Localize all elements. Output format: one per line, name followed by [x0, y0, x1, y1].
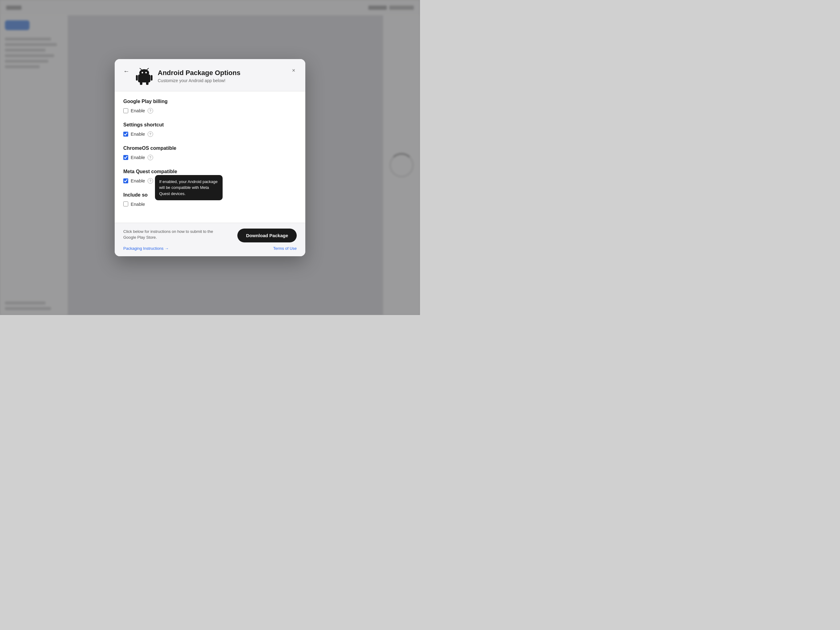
- footer-links: Packaging Instructions → Terms of Use: [123, 246, 297, 251]
- chromeos-compatible-row: Enable ?: [123, 155, 297, 160]
- svg-line-4: [140, 68, 142, 70]
- include-source-title: Include so: [123, 192, 297, 198]
- modal-body[interactable]: Google Play billing Enable ? Settings sh…: [115, 91, 305, 223]
- chromeos-compatible-title: ChromeOS compatible: [123, 146, 297, 151]
- svg-point-1: [139, 69, 149, 77]
- packaging-instructions-arrow: →: [165, 246, 169, 251]
- modal-overlay: ←: [0, 0, 420, 315]
- include-source-section: Include so Enable: [123, 192, 297, 207]
- svg-rect-8: [140, 82, 142, 85]
- google-play-billing-row: Enable ?: [123, 108, 297, 114]
- include-source-row: Enable: [123, 201, 297, 207]
- include-source-label[interactable]: Enable: [131, 201, 145, 207]
- packaging-instructions-link[interactable]: Packaging Instructions →: [123, 246, 169, 251]
- meta-quest-compatible-section: Meta Quest compatible Enable ? If enable…: [123, 169, 297, 184]
- footer-top: Click below for instructions on how to s…: [123, 229, 297, 242]
- settings-shortcut-section: Settings shortcut Enable ?: [123, 122, 297, 137]
- modal-title: Android Package Options: [158, 69, 240, 77]
- meta-quest-compatible-title: Meta Quest compatible: [123, 169, 297, 174]
- google-play-billing-checkbox[interactable]: [123, 108, 128, 113]
- chromeos-compatible-help-icon[interactable]: ?: [148, 155, 153, 160]
- google-play-billing-help-icon[interactable]: ?: [148, 108, 153, 114]
- meta-quest-compatible-label[interactable]: Enable: [131, 178, 145, 184]
- modal-title-area: Android Package Options Customize your A…: [158, 68, 240, 83]
- svg-point-3: [145, 72, 147, 73]
- google-play-billing-title: Google Play billing: [123, 99, 297, 104]
- chromeos-compatible-section: ChromeOS compatible Enable ?: [123, 146, 297, 160]
- meta-quest-help-icon[interactable]: ?: [148, 178, 153, 184]
- modal-subtitle: Customize your Android app below!: [158, 78, 240, 83]
- chromeos-compatible-label[interactable]: Enable: [131, 155, 145, 160]
- svg-rect-7: [151, 75, 153, 81]
- settings-shortcut-checkbox[interactable]: [123, 131, 128, 136]
- google-play-billing-label[interactable]: Enable: [131, 108, 145, 113]
- settings-shortcut-row: Enable ?: [123, 131, 297, 137]
- meta-quest-compatible-row: Enable ? If enabled, your Android packag…: [123, 178, 297, 184]
- meta-quest-compatible-checkbox[interactable]: [123, 179, 128, 184]
- download-package-button[interactable]: Download Package: [237, 229, 297, 242]
- android-icon: [136, 68, 153, 85]
- packaging-instructions-text: Packaging Instructions: [123, 246, 164, 251]
- terms-of-use-link[interactable]: Terms of Use: [273, 246, 297, 251]
- back-button[interactable]: ←: [122, 66, 131, 76]
- chromeos-compatible-checkbox[interactable]: [123, 155, 128, 160]
- include-source-checkbox[interactable]: [123, 201, 128, 206]
- settings-shortcut-title: Settings shortcut: [123, 122, 297, 128]
- svg-rect-6: [136, 75, 138, 81]
- footer-instructions-text: Click below for instructions on how to s…: [123, 229, 216, 241]
- svg-rect-9: [146, 82, 148, 85]
- meta-quest-help-container: ? If enabled, your Android package will …: [148, 178, 153, 184]
- android-package-modal: ←: [115, 59, 305, 256]
- google-play-billing-section: Google Play billing Enable ?: [123, 99, 297, 114]
- svg-line-5: [147, 68, 148, 70]
- svg-point-2: [142, 72, 143, 73]
- close-button[interactable]: ×: [289, 66, 298, 75]
- modal-footer: Click below for instructions on how to s…: [115, 223, 305, 256]
- settings-shortcut-label[interactable]: Enable: [131, 131, 145, 136]
- modal-header: ←: [115, 59, 305, 91]
- settings-shortcut-help-icon[interactable]: ?: [148, 131, 153, 137]
